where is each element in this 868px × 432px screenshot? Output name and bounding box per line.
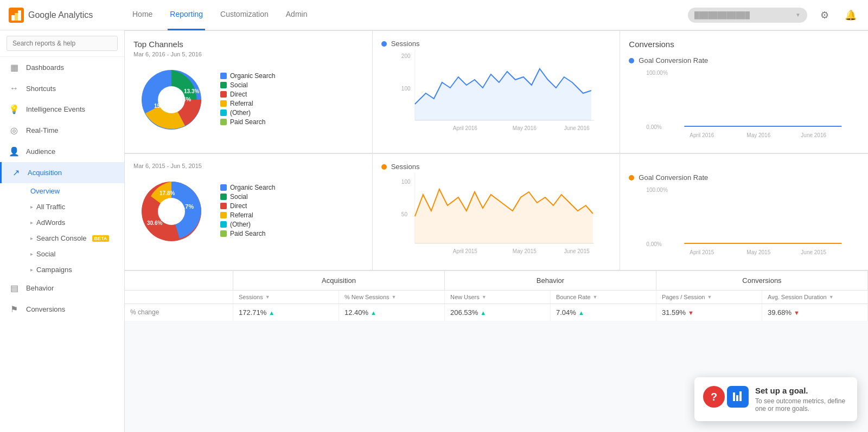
svg-text:June 2015: June 2015 xyxy=(801,249,827,255)
row2-date: Mar 6, 2015 - Jun 5, 2015 xyxy=(133,163,363,169)
shortcuts-icon: ↔ xyxy=(9,83,20,93)
svg-text:100.00%: 100.00% xyxy=(647,187,668,193)
bottom-section: Acquisition Behavior Conversions Session… xyxy=(125,270,868,321)
svg-text:48.7%: 48.7% xyxy=(177,203,194,210)
pie-container-1: 64.4% 15.2% 13.3% Organic Search Social … xyxy=(133,62,363,138)
sidebar-item-realtime[interactable]: ◎ Real-Time xyxy=(0,120,124,141)
nav-admin[interactable]: Admin xyxy=(284,0,310,30)
top-channels-title: Top Channels xyxy=(133,40,363,49)
pie-chart-1: 64.4% 15.2% 13.3% xyxy=(133,62,209,138)
sub-campaigns[interactable]: ▸ Campaigns xyxy=(26,262,124,278)
sub-adwords[interactable]: ▸ AdWords xyxy=(26,215,124,230)
col-avg-duration[interactable]: Avg. Session Duration ▼ xyxy=(762,291,868,304)
cell-new-users: 206.53% ▲ xyxy=(445,304,551,321)
sessions-2016: Sessions 200 100 April 2016 May 2016 Jun… xyxy=(373,31,621,153)
sub-social[interactable]: ▸ Social xyxy=(26,246,124,262)
sort-new-users-icon: ▼ xyxy=(482,294,487,300)
sessions-title-row-2: Sessions xyxy=(381,163,611,171)
conv-chart-1: 100.00% 0.00% April 2016 May 2016 June 2… xyxy=(629,67,859,143)
sub-search-console[interactable]: ▸ Search Console BETA xyxy=(26,230,124,246)
top-channels-2015: Mar 6, 2015 - Jun 5, 2015 48.7% 30.6% xyxy=(125,154,373,270)
pie-chart-2: 48.7% 30.6% 17.8% xyxy=(133,173,209,249)
conversions-title: Conversions xyxy=(629,40,859,49)
sort-new-sessions-icon: ▼ xyxy=(392,294,397,300)
conv-dot-1 xyxy=(629,58,634,63)
sidebar-item-shortcuts[interactable]: ↔ Shortcuts xyxy=(0,78,124,99)
col-new-users[interactable]: New Users ▼ xyxy=(445,291,551,304)
settings-button[interactable]: ⚙ xyxy=(816,7,833,24)
account-selector[interactable]: ████████████ ▼ xyxy=(688,8,807,23)
sidebar-item-intelligence[interactable]: 💡 Intelligence Events xyxy=(0,99,124,120)
svg-text:64.4%: 64.4% xyxy=(174,96,191,102)
table-row: % change 172.71% ▲ 12.40% ▲ 206.53% ▲ 7.… xyxy=(125,304,868,321)
svg-rect-42 xyxy=(739,391,742,401)
audience-icon: 👤 xyxy=(9,146,20,157)
goal-icon xyxy=(727,386,749,408)
sessions-dot-1 xyxy=(381,41,387,47)
cell-avg-duration: 39.68% ▼ xyxy=(762,304,868,321)
legend-2: Organic Search Social Direct Referral (O… xyxy=(220,184,275,239)
conversions-header: Conversions xyxy=(656,271,868,290)
sessions-up-icon: ▲ xyxy=(269,310,275,316)
col-new-sessions[interactable]: % New Sessions ▼ xyxy=(339,291,445,304)
svg-text:June 2016: June 2016 xyxy=(564,125,589,131)
sessions-chart-2: 100 50 April 2015 May 2015 June 2015 xyxy=(381,173,611,257)
sort-pages-icon: ▼ xyxy=(707,294,712,300)
table-cols: Sessions ▼ % New Sessions ▼ New Users ▼ … xyxy=(125,291,868,304)
question-icon: ? xyxy=(703,386,725,408)
col-bounce-rate[interactable]: Bounce Rate ▼ xyxy=(551,291,656,304)
content: Top Channels Mar 6, 2016 - Jun 5, 2016 xyxy=(125,30,868,432)
bounce-up-icon: ▲ xyxy=(578,310,584,316)
col-pages-session[interactable]: Pages / Session ▼ xyxy=(656,291,762,304)
beta-badge: BETA xyxy=(92,235,110,242)
svg-text:May 2016: May 2016 xyxy=(747,132,771,138)
acquisition-submenu: Overview ▸ All Traffic ▸ AdWords ▸ Searc… xyxy=(0,183,124,278)
svg-rect-1 xyxy=(11,15,15,21)
search-input[interactable] xyxy=(7,36,118,51)
nav-home[interactable]: Home xyxy=(130,0,155,30)
svg-text:April 2015: April 2015 xyxy=(452,248,477,254)
sidebar-item-acquisition[interactable]: ↗ Acquisition xyxy=(0,162,124,183)
bottom-spacer xyxy=(125,271,233,290)
sidebar-item-behavior[interactable]: ▤ Behavior xyxy=(0,278,124,299)
nav-reporting[interactable]: Reporting xyxy=(168,0,205,30)
svg-text:April 2016: April 2016 xyxy=(690,132,714,138)
conv-chart-2: 100.00% 0.00% April 2015 May 2015 June 2… xyxy=(629,184,859,260)
sort-sessions-icon: ▼ xyxy=(265,294,270,300)
conversions-2015: Goal Conversion Rate 100.00% 0.00% April… xyxy=(620,154,868,270)
behavior-icon: ▤ xyxy=(9,283,20,293)
behavior-header: Behavior xyxy=(445,271,656,290)
svg-text:15.2%: 15.2% xyxy=(154,103,169,109)
svg-rect-3 xyxy=(18,10,21,21)
new-users-up-icon: ▲ xyxy=(480,310,486,316)
sessions-2015: Sessions 100 50 April 2015 May 2015 June… xyxy=(373,154,621,270)
widgets-row-2: Mar 6, 2015 - Jun 5, 2015 48.7% 30.6% xyxy=(125,153,868,270)
notifications-button[interactable]: 🔔 xyxy=(842,7,859,24)
cell-pages-session: 31.59% ▼ xyxy=(656,304,762,321)
floating-title: Set up a goal. xyxy=(755,386,848,395)
sub-overview[interactable]: Overview xyxy=(26,183,124,199)
sidebar-item-dashboards[interactable]: ▦ Dashboards xyxy=(0,57,124,78)
col-sessions[interactable]: Sessions ▼ xyxy=(233,291,339,304)
svg-text:13.3%: 13.3% xyxy=(184,88,199,94)
conversions-icon: ⚑ xyxy=(9,304,20,314)
sidebar-item-audience[interactable]: 👤 Audience xyxy=(0,141,124,162)
sidebar: ▦ Dashboards ↔ Shortcuts 💡 Intelligence … xyxy=(0,30,125,432)
nav-customization[interactable]: Customization xyxy=(218,0,271,30)
acquisition-header: Acquisition xyxy=(233,271,445,290)
svg-text:17.8%: 17.8% xyxy=(159,190,175,196)
sessions-title-row-1: Sessions xyxy=(381,40,611,48)
new-sessions-up-icon: ▲ xyxy=(371,310,376,316)
sidebar-item-conversions[interactable]: ⚑ Conversions xyxy=(0,299,124,320)
top-channels-2016: Top Channels Mar 6, 2016 - Jun 5, 2016 xyxy=(125,31,373,153)
svg-text:June 2015: June 2015 xyxy=(564,248,589,254)
svg-text:100: 100 xyxy=(401,86,410,92)
svg-text:0.00%: 0.00% xyxy=(647,124,662,130)
svg-text:100: 100 xyxy=(401,179,410,185)
svg-text:May 2015: May 2015 xyxy=(512,248,536,254)
duration-down-icon: ▼ xyxy=(794,310,800,316)
nav-links: Home Reporting Customization Admin xyxy=(130,0,675,30)
sub-all-traffic[interactable]: ▸ All Traffic xyxy=(26,199,124,215)
pie-container-2: 48.7% 30.6% 17.8% Organic Search Social … xyxy=(133,173,363,249)
row1-date: Mar 6, 2016 - Jun 5, 2016 xyxy=(133,51,363,57)
